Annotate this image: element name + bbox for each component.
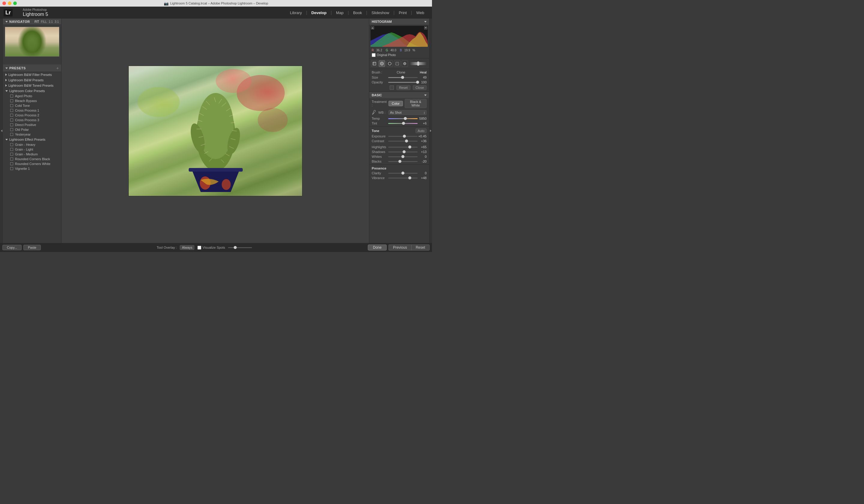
- color-swatch[interactable]: [390, 85, 394, 90]
- preset-direct-positive[interactable]: Direct Positive: [3, 122, 61, 127]
- preset-bleach-bypass[interactable]: Bleach Bypass: [3, 98, 61, 103]
- temp-slider-track[interactable]: [388, 118, 418, 119]
- preset-grain-light[interactable]: Grain - Light: [3, 147, 61, 152]
- blacks-slider-thumb[interactable]: [398, 160, 401, 163]
- nav-map[interactable]: Map: [332, 7, 348, 19]
- tint-slider-thumb[interactable]: [402, 122, 405, 125]
- window-title: 📷 Lightroom 5 Catalog.lrcat – Adobe Phot…: [164, 1, 268, 6]
- size-slider-thumb[interactable]: [401, 76, 404, 79]
- crop-tool[interactable]: [371, 60, 377, 67]
- preset-cross-process-2[interactable]: Cross Process 2: [3, 113, 61, 118]
- brush-tool[interactable]: [402, 60, 408, 67]
- treatment-color-btn[interactable]: Color: [388, 101, 403, 106]
- contrast-slider-thumb[interactable]: [405, 140, 408, 143]
- exposure-slider-track[interactable]: [388, 136, 418, 137]
- overlay-select[interactable]: Always: [180, 245, 194, 250]
- navigator-header[interactable]: Navigator FIT FILL 1:1 3:1: [3, 19, 61, 25]
- maximize-window-button[interactable]: [13, 1, 17, 5]
- eyedropper-icon[interactable]: [372, 110, 376, 115]
- nav-view-fill[interactable]: FILL: [41, 20, 47, 23]
- heal-tool[interactable]: [379, 60, 385, 67]
- wb-select[interactable]: As Shot ↕: [388, 110, 427, 115]
- preset-rounded-black[interactable]: Rounded Corners Black: [3, 157, 61, 161]
- vibrance-slider-thumb[interactable]: [408, 176, 411, 179]
- preset-grain-heavy[interactable]: Grain - Heavy: [3, 142, 61, 147]
- paste-btn[interactable]: Paste: [23, 245, 41, 250]
- viz-slider[interactable]: [228, 247, 252, 248]
- preset-vignette1[interactable]: Vignette 1: [3, 166, 61, 171]
- close-btn[interactable]: Close: [413, 85, 427, 90]
- radial-filter-tool[interactable]: [386, 60, 393, 67]
- preset-group-bwfilter[interactable]: Lightroom B&W Filter Presets: [3, 72, 61, 77]
- bwfilter-collapse-icon: [5, 73, 7, 76]
- highlights-slider-thumb[interactable]: [408, 145, 411, 148]
- size-slider-track[interactable]: [388, 77, 418, 78]
- clarity-slider-track[interactable]: [388, 173, 418, 174]
- nav-print[interactable]: Print: [395, 7, 411, 19]
- preset-grain-medium[interactable]: Grain - Medium: [3, 152, 61, 157]
- previous-btn[interactable]: Previous: [388, 244, 411, 251]
- preset-group-color[interactable]: Lightroom Color Presets: [3, 88, 61, 94]
- spot-heal-icon: [380, 62, 384, 65]
- nav-develop[interactable]: Develop: [307, 7, 331, 19]
- nav-view-1x[interactable]: 1:1: [49, 20, 53, 23]
- left-panel-toggle[interactable]: [0, 19, 3, 243]
- clone-btn[interactable]: Clone: [397, 71, 405, 74]
- copy-btn[interactable]: Copy...: [2, 245, 22, 250]
- exposure-slider-thumb[interactable]: [403, 135, 406, 138]
- contrast-slider-track[interactable]: [388, 141, 418, 142]
- close-window-button[interactable]: [2, 1, 6, 5]
- tint-slider-track[interactable]: [388, 123, 418, 124]
- preset-cold-tone[interactable]: Cold Tone: [3, 103, 61, 108]
- whites-slider-track[interactable]: [388, 156, 418, 157]
- preset-yesteryear[interactable]: Yesteryear: [3, 132, 61, 137]
- opacity-slider-thumb[interactable]: [416, 81, 419, 84]
- vibrance-slider-track[interactable]: [388, 178, 418, 179]
- nav-slideshow[interactable]: Slideshow: [367, 7, 393, 19]
- reset-btn[interactable]: Reset: [396, 85, 410, 90]
- blacks-slider-track[interactable]: [388, 161, 418, 162]
- preset-group-bwtoned[interactable]: Lightroom B&W Toned Presets: [3, 83, 61, 88]
- clarity-slider-thumb[interactable]: [401, 171, 405, 175]
- original-photo-checkbox[interactable]: [372, 53, 376, 57]
- preset-cross-process-1[interactable]: Cross Process 1: [3, 108, 61, 113]
- presets-title: Presets: [9, 66, 26, 70]
- shadows-slider-track[interactable]: [388, 152, 418, 152]
- preset-aged-photo[interactable]: Aged Photo: [3, 94, 61, 98]
- preset-group-bw[interactable]: Lightroom B&W Presets: [3, 77, 61, 83]
- presets-header[interactable]: Presets +: [3, 64, 61, 72]
- shadows-slider-thumb[interactable]: [403, 150, 406, 153]
- minimize-window-button[interactable]: [8, 1, 11, 5]
- highlights-slider-track[interactable]: [388, 147, 418, 147]
- nav-library[interactable]: Library: [286, 7, 306, 19]
- histogram-scroll-up[interactable]: [371, 26, 374, 29]
- preset-old-polar[interactable]: Old Polar: [3, 127, 61, 132]
- nav-book[interactable]: Book: [349, 7, 366, 19]
- auto-btn[interactable]: Auto: [416, 128, 427, 133]
- adjustment-brush-icon: [403, 62, 407, 65]
- whites-slider-thumb[interactable]: [401, 155, 405, 158]
- basic-header[interactable]: Basic: [369, 92, 429, 98]
- bwfilter-label: Lightroom B&W Filter Presets: [8, 73, 52, 76]
- viz-spots-checkbox[interactable]: [197, 246, 201, 250]
- done-btn[interactable]: Done: [368, 244, 387, 251]
- nav-web[interactable]: Web: [412, 7, 429, 19]
- treatment-bw-btn[interactable]: Black & White: [405, 99, 427, 108]
- nav-view-3x[interactable]: 3:1: [55, 20, 59, 23]
- nav-view-fit[interactable]: FIT: [35, 20, 39, 23]
- preset-rounded-white[interactable]: Rounded Corners White: [3, 161, 61, 166]
- temp-slider-thumb[interactable]: [404, 117, 407, 120]
- right-panel-toggle[interactable]: [429, 19, 432, 243]
- heal-btn[interactable]: Heal: [420, 71, 427, 74]
- histogram-scroll-down[interactable]: [424, 26, 427, 29]
- histogram-header[interactable]: Histogram: [369, 19, 429, 25]
- tool-slider[interactable]: [409, 62, 427, 65]
- bottom-reset-btn[interactable]: Reset: [411, 244, 430, 251]
- preset-cross-process-3[interactable]: Cross Process 3: [3, 118, 61, 122]
- preset-old-polar-label: Old Polar: [15, 128, 29, 131]
- preset-group-effect[interactable]: Lightroom Effect Presets: [3, 137, 61, 142]
- opacity-slider-track[interactable]: [388, 82, 418, 83]
- add-preset-button[interactable]: +: [56, 66, 59, 71]
- graduated-filter-tool[interactable]: [394, 60, 400, 67]
- tint-value: +6: [418, 121, 427, 125]
